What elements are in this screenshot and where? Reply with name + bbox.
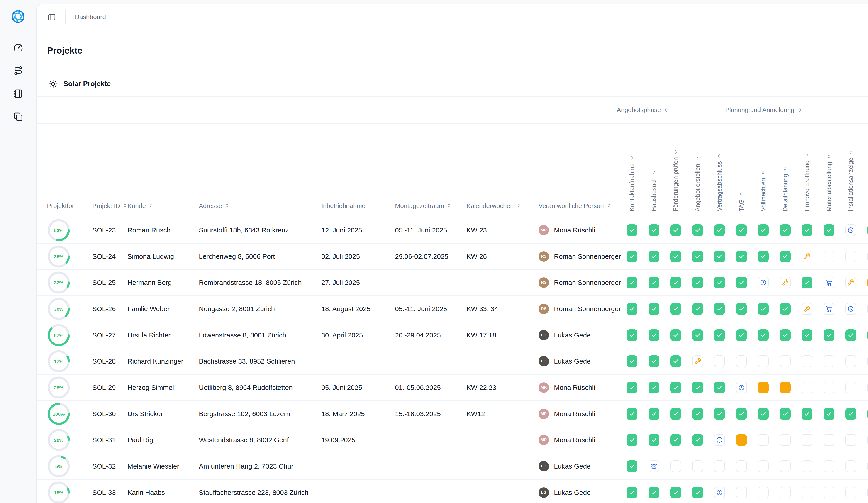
status-check[interactable] [736,277,747,288]
status-empty[interactable] [845,382,856,393]
status-empty[interactable] [758,355,769,367]
status-check[interactable] [670,487,681,499]
status-check[interactable] [758,408,769,420]
status-check[interactable] [670,408,681,420]
column-header-projektfor[interactable]: Projektfor [47,202,92,217]
status-orange[interactable] [780,382,791,393]
status-check[interactable] [692,382,703,393]
status-check[interactable] [627,408,638,420]
status-empty[interactable] [758,434,769,446]
status-wrench[interactable] [845,277,856,288]
column-header-adresse[interactable]: Adresse [199,202,321,217]
column-group-planung-und-anmeldung[interactable]: Planung und Anmeldung [725,97,802,123]
status-check[interactable] [670,303,681,315]
status-check[interactable] [758,250,769,263]
step-header-hausbesuch[interactable]: Hausbesuch [643,124,665,217]
step-header-clipped[interactable] [862,124,868,217]
step-header-installationsanzeige[interactable]: Installationsanzeige [840,124,862,217]
status-check[interactable] [714,408,725,420]
status-empty[interactable] [736,487,747,499]
status-check[interactable] [714,303,725,315]
breadcrumb[interactable]: Dashboard [75,13,106,21]
status-wrench[interactable] [780,277,791,288]
status-check[interactable] [780,303,791,315]
status-empty[interactable] [802,460,813,472]
status-empty[interactable] [780,460,791,472]
status-empty[interactable] [824,434,835,446]
status-check[interactable] [736,329,747,341]
table-row-sol-25[interactable]: 32% SOL-25 Hermann Berg Rembrandstrasse … [37,270,868,296]
sidebar-item-gauge[interactable] [13,42,23,53]
status-empty[interactable] [758,460,769,472]
status-check[interactable] [627,382,638,393]
step-header-pronovo-er-ffnung[interactable]: Pronovo Eröffnung [796,124,818,217]
status-question[interactable]: ? [714,434,725,446]
status-check[interactable] [692,434,703,446]
status-check[interactable] [758,224,769,236]
status-check[interactable] [627,487,638,499]
column-header-montagezeitraum[interactable]: Montagezeitraum [395,202,466,217]
status-check[interactable] [649,329,659,341]
status-check[interactable] [824,408,835,420]
status-check[interactable] [780,329,791,341]
status-check[interactable] [758,303,769,315]
status-empty[interactable] [824,460,835,472]
table-row-sol-23[interactable]: 53% SOL-23 Roman Rusch Suurstoffi 18b, 6… [37,217,868,244]
status-clock[interactable] [736,382,747,393]
step-header-vertragsabschluss[interactable]: Vertragsabschluss [709,124,731,217]
sidebar-item-notebook[interactable] [13,89,23,99]
step-header-detailplanung[interactable]: Detailplanung [774,124,796,217]
step-header-kontaktaufnahme[interactable]: Kontaktaufnahme [621,124,643,217]
status-check[interactable] [736,408,747,420]
status-check[interactable] [649,487,659,499]
status-check[interactable] [845,329,856,341]
status-check[interactable] [627,355,638,367]
status-empty[interactable] [736,355,747,367]
step-header-tag[interactable]: TAG [731,124,753,217]
status-empty[interactable] [845,460,856,472]
status-clock[interactable] [845,303,856,315]
status-orange[interactable] [758,382,769,393]
status-question[interactable]: ? [714,487,725,499]
status-empty[interactable] [714,460,725,472]
status-check[interactable] [736,303,747,315]
status-empty[interactable] [802,434,813,446]
table-row-sol-27[interactable]: 87% SOL-27 Ursula Richter Löwenstrasse 8… [37,322,868,349]
status-alarm[interactable] [649,460,659,472]
status-wrench[interactable] [802,250,813,263]
table-row-sol-31[interactable]: 20% SOL-31 Paul Rigi Westendstrasse 8, 8… [37,427,868,454]
status-check[interactable] [780,224,791,236]
status-check[interactable] [714,250,725,263]
status-check[interactable] [714,329,725,341]
sidebar-item-copy[interactable] [13,112,23,122]
status-check[interactable] [692,224,703,236]
status-check[interactable] [627,434,638,446]
status-empty[interactable] [780,355,791,367]
status-check[interactable] [627,329,638,341]
status-check[interactable] [649,355,659,367]
status-question[interactable]: ? [758,277,769,288]
status-check[interactable] [649,408,659,420]
status-check[interactable] [649,277,659,288]
status-check[interactable] [714,277,725,288]
status-empty[interactable] [802,382,813,393]
sidebar-toggle-button[interactable] [47,12,57,22]
status-empty[interactable] [845,355,856,367]
status-check[interactable] [649,303,659,315]
status-check[interactable] [649,250,659,263]
status-check[interactable] [692,250,703,263]
status-check[interactable] [824,224,835,236]
step-header-materialbestellung[interactable]: Materialbestellung [818,124,840,217]
status-empty[interactable] [824,382,835,393]
step-header-vollmachten[interactable]: Vollmachten [752,124,774,217]
status-check[interactable] [670,355,681,367]
status-cart[interactable] [824,303,835,315]
status-check[interactable] [670,277,681,288]
status-empty[interactable] [824,250,835,263]
column-group-angebotsphase[interactable]: Angebotsphase [617,97,669,123]
table-row-sol-28[interactable]: 17% SOL-28 Richard Kunzinger Bachstrasse… [37,348,868,374]
status-check[interactable] [670,224,681,236]
table-row-sol-24[interactable]: 36% SOL-24 Simona Ludwig Lerchenweg 8, 6… [37,244,868,270]
status-empty[interactable] [845,434,856,446]
status-check[interactable] [736,250,747,263]
